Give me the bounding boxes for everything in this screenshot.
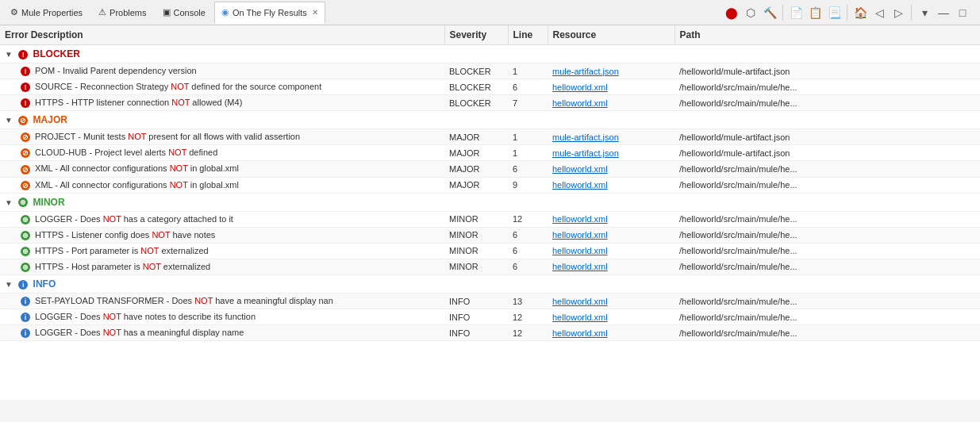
col-header-line: Line — [508, 25, 548, 45]
stop-icon[interactable]: ⬤ — [724, 5, 740, 21]
back-icon[interactable]: ◁ — [871, 5, 887, 21]
close-tab-icon[interactable]: ✕ — [312, 8, 318, 17]
table-row[interactable]: ⊕ HTTPS - Host parameter is NOT external… — [0, 259, 980, 274]
table-row[interactable]: ⊘ PROJECT - Munit tests NOT present for … — [0, 129, 980, 145]
tab-console[interactable]: ▣ Console — [156, 2, 213, 24]
cell-description: i LOGGER - Does NOT have notes to descri… — [0, 309, 444, 325]
blocker-icon: ! — [21, 98, 30, 108]
resource-link[interactable]: helloworld.xml — [552, 82, 608, 92]
resource-link[interactable]: mule-artifact.json — [552, 67, 619, 76]
severity-value: INFO — [449, 297, 470, 306]
table-row[interactable]: ⊕ LOGGER - Does NOT has a category attac… — [0, 211, 980, 227]
home-icon[interactable]: 🏠 — [852, 5, 868, 21]
table-row[interactable]: ⊕ HTTPS - Port parameter is NOT external… — [0, 243, 980, 259]
resource-link[interactable]: helloworld.xml — [552, 246, 608, 255]
line-value: 9 — [513, 180, 517, 190]
category-label: INFO — [33, 278, 56, 290]
table-row[interactable]: ! POM - Invalid Parent dependency versio… — [0, 63, 980, 79]
minimize-icon[interactable]: — — [936, 5, 951, 21]
cell-description: ⊕ HTTPS - Listener config does NOT have … — [0, 227, 444, 243]
toolbar-separator-1 — [782, 5, 783, 21]
tab-on-the-fly[interactable]: ◉ On The Fly Results ✕ — [214, 2, 325, 24]
resource-link[interactable]: helloworld.xml — [552, 328, 608, 338]
path-value: /helloworld/src/main/mule/he... — [679, 297, 797, 306]
cell-description: ⊘ XML - All connector configurations NOT… — [0, 177, 444, 193]
problems-label: Problems — [110, 8, 146, 17]
path-value: /helloworld/src/main/mule/he... — [679, 262, 797, 271]
path-value: /helloworld/mule-artifact.json — [679, 148, 790, 158]
cell-path: /helloworld/mule-artifact.json — [674, 63, 980, 79]
hammer-icon[interactable]: 🔨 — [762, 5, 778, 21]
major-icon: ⊘ — [18, 116, 28, 125]
path-value: /helloworld/src/main/mule/he... — [679, 98, 797, 108]
resource-link[interactable]: helloworld.xml — [552, 214, 608, 224]
doc2-icon[interactable]: 📋 — [807, 5, 823, 21]
cell-severity: INFO — [444, 309, 508, 325]
table-row[interactable]: ⊘ CLOUD-HUB - Project level alerts NOT d… — [0, 145, 980, 161]
table-row[interactable]: i LOGGER - Does NOT has a meaningful dis… — [0, 325, 980, 341]
info-icon: i — [21, 328, 30, 338]
doc3-icon[interactable]: 📃 — [826, 5, 842, 21]
chevron-icon: ▼ — [5, 198, 13, 207]
category-row-blocker[interactable]: ▼ ! BLOCKER — [0, 45, 980, 63]
cell-line: 6 — [508, 161, 548, 177]
resource-link[interactable]: mule-artifact.json — [552, 148, 619, 158]
severity-value: MINOR — [449, 214, 478, 224]
resource-link[interactable]: helloworld.xml — [552, 164, 608, 174]
severity-value: INFO — [449, 328, 470, 338]
line-value: 1 — [513, 148, 517, 158]
blocker-icon: ! — [21, 67, 30, 76]
cell-line: 6 — [508, 243, 548, 259]
cell-line: 6 — [508, 259, 548, 274]
table-row[interactable]: ! SOURCE - Reconnection Strategy NOT def… — [0, 79, 980, 95]
forward-icon[interactable]: ▷ — [890, 5, 906, 21]
resource-link[interactable]: mule-artifact.json — [552, 132, 619, 142]
description-text: CLOUD-HUB - Project level alerts NOT def… — [35, 148, 217, 157]
table-row[interactable]: ⊘ XML - All connector configurations NOT… — [0, 177, 980, 193]
resource-link[interactable]: helloworld.xml — [552, 262, 608, 271]
category-row-minor[interactable]: ▼ ⊕ MINOR — [0, 193, 980, 211]
cell-severity: MAJOR — [444, 129, 508, 145]
minor-icon: ⊕ — [21, 215, 30, 224]
description-text: PROJECT - Munit tests NOT present for al… — [35, 132, 300, 141]
resource-link[interactable]: helloworld.xml — [552, 180, 608, 190]
path-value: /helloworld/src/main/mule/he... — [679, 82, 797, 92]
cell-description: ⊕ HTTPS - Port parameter is NOT external… — [0, 243, 444, 259]
cell-line: 13 — [508, 293, 548, 309]
record-icon[interactable]: ⬡ — [743, 5, 759, 21]
tab-mule-properties[interactable]: ⚙ Mule Properties — [3, 2, 90, 24]
resource-link[interactable]: helloworld.xml — [552, 98, 608, 108]
table-row[interactable]: ! HTTPS - HTTP listener connection NOT a… — [0, 95, 980, 111]
minor-icon: ⊕ — [18, 198, 28, 207]
line-value: 6 — [513, 230, 517, 240]
category-row-major[interactable]: ▼ ⊘ MAJOR — [0, 111, 980, 129]
table-header-row: Error Description Severity Line Resource… — [0, 25, 980, 45]
resource-link[interactable]: helloworld.xml — [552, 297, 608, 306]
resource-link[interactable]: helloworld.xml — [552, 313, 608, 322]
maximize-icon[interactable]: □ — [955, 5, 970, 21]
blocker-icon: ! — [21, 82, 30, 92]
cell-path: /helloworld/src/main/mule/he... — [674, 309, 980, 325]
category-cell-blocker: ▼ ! BLOCKER — [0, 45, 980, 63]
major-icon: ⊘ — [21, 132, 30, 142]
path-value: /helloworld/mule-artifact.json — [679, 132, 790, 142]
tab-problems[interactable]: ⚠ Problems — [91, 2, 153, 24]
chevron-icon: ▼ — [5, 280, 13, 289]
resource-link[interactable]: helloworld.xml — [552, 230, 608, 240]
main-content: Error Description Severity Line Resource… — [0, 25, 980, 400]
more-icon[interactable]: ▾ — [917, 5, 932, 21]
cell-severity: MINOR — [444, 259, 508, 274]
cell-description: ! POM - Invalid Parent dependency versio… — [0, 63, 444, 79]
cell-line: 12 — [508, 309, 548, 325]
category-row-info[interactable]: ▼ i INFO — [0, 275, 980, 293]
table-row[interactable]: i SET-PAYLOAD TRANSFORMER - Does NOT hav… — [0, 293, 980, 309]
doc-icon[interactable]: 📄 — [788, 5, 804, 21]
table-row[interactable]: i LOGGER - Does NOT have notes to descri… — [0, 309, 980, 325]
cell-severity: INFO — [444, 293, 508, 309]
cell-severity: BLOCKER — [444, 63, 508, 79]
table-row[interactable]: ⊘ XML - All connector configurations NOT… — [0, 161, 980, 177]
minor-icon: ⊕ — [21, 263, 30, 272]
table-row[interactable]: ⊕ HTTPS - Listener config does NOT have … — [0, 227, 980, 243]
cell-line: 7 — [508, 95, 548, 111]
line-value: 6 — [513, 246, 517, 255]
